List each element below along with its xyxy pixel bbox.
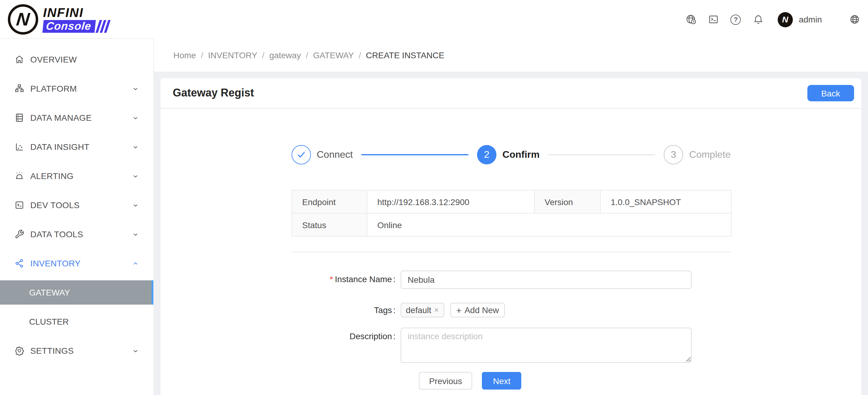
back-button[interactable]: Back [807,85,854,101]
sidebar-item-label: DATA INSIGHT [30,142,89,152]
sidebar-item-inventory[interactable]: INVENTORY [0,251,153,276]
sidebar-subitem-label: GATEWAY [29,288,70,297]
sidebar-item-settings[interactable]: SETTINGS [0,339,153,363]
username-label[interactable]: admin [799,15,822,24]
breadcrumb-gateway-upper[interactable]: GATEWAY [313,50,354,60]
chevron-down-icon [132,114,139,121]
previous-button[interactable]: Previous [419,372,472,390]
page-title: Gateway Regist [173,87,254,100]
card-body: Connect 2 Confirm 3 Complete [161,109,861,395]
instance-details-table: Endpoint http://192.168.3.12:2900 Versio… [291,190,731,237]
cluster-icon [14,84,24,93]
chevron-down-icon [132,231,139,237]
dev-console-icon[interactable] [708,14,719,25]
infini-logo-icon: N [8,4,38,34]
step-connector-todo [548,154,655,155]
brand-logo[interactable]: N INFINI Console [0,0,154,39]
page-content: Gateway Regist Back Connect 2 Conf [154,72,868,395]
table-row: Status Online [291,213,731,236]
instance-name-label: *Instance Name: [291,271,396,284]
status-value: Online [367,213,731,236]
breadcrumb-separator: / [359,50,361,60]
step-complete-circle: 3 [664,145,683,164]
brand-wordmark: INFINI Console [43,6,108,32]
chevron-down-icon [132,143,139,150]
sidebar-item-data-tools[interactable]: DATA TOOLS [0,222,153,246]
brand-name-top: INFINI [43,6,108,19]
sidebar-item-label: ALERTING [30,171,74,181]
database-icon [14,113,24,122]
tag-default[interactable]: default × [400,303,444,317]
sidebar-item-data-manage[interactable]: DATA MANAGE [0,106,153,130]
time-zone-icon[interactable] [686,14,696,25]
notifications-bell-icon[interactable] [753,14,764,25]
sidebar-item-dev-tools[interactable]: DEV TOOLS [0,193,153,217]
home-icon [14,55,24,64]
sidebar-item-gateway[interactable]: GATEWAY [0,280,153,305]
top-header: N INFINI Console [0,0,868,39]
terminal-icon [14,200,24,210]
description-row: Description: [291,328,731,365]
breadcrumb-home[interactable]: Home [173,50,196,60]
sidebar-item-cluster[interactable]: CLUSTER [0,309,153,334]
app-root: N INFINI Console [0,0,868,395]
alert-icon [14,171,24,181]
sidebar-item-label: INVENTORY [30,258,81,268]
sidebar-item-data-insight[interactable]: DATA INSIGHT [0,135,153,159]
breadcrumb-separator: / [201,50,204,60]
sidebar-item-label: SETTINGS [30,346,74,356]
instance-name-input[interactable] [400,271,691,289]
chevron-down-icon [132,85,139,92]
chevron-down-icon [132,202,139,208]
version-value: 1.0.0_SNAPSHOT [600,190,731,213]
steps-bar: Connect 2 Confirm 3 Complete [291,145,731,164]
step-connect-label: Connect [317,149,353,160]
tag-close-icon[interactable]: × [434,306,438,314]
sidebar-item-overview[interactable]: OVERVIEW [0,47,153,72]
gateway-regist-card: Gateway Regist Back Connect 2 Conf [161,78,861,395]
step-confirm-label: Confirm [502,149,540,160]
logo-letter: N [16,10,31,28]
description-textarea[interactable] [400,328,691,363]
step-connector-done [361,154,469,155]
endpoint-label: Endpoint [291,190,367,213]
version-label: Version [534,190,600,213]
sidebar-item-platform[interactable]: PLATFORM [0,77,153,101]
required-asterisk: * [330,274,333,284]
check-icon [296,149,306,160]
header-actions: ? N admin [686,12,868,27]
help-icon[interactable]: ? [731,14,741,25]
breadcrumb: Home / INVENTORY / gateway / GATEWAY / C… [154,39,868,72]
main-area: Home / INVENTORY / gateway / GATEWAY / C… [154,39,868,395]
instance-details: Endpoint http://192.168.3.12:2900 Versio… [291,190,731,237]
sidebar-item-label: PLATFORM [30,84,77,93]
step-complete-label: Complete [689,149,731,160]
breadcrumb-inventory[interactable]: INVENTORY [208,50,257,60]
tags-row: Tags: default × + Add New [291,303,731,317]
description-label: Description: [291,328,396,341]
avatar-letter: N [782,15,788,24]
language-globe-icon[interactable] [849,14,860,25]
gear-icon [14,346,24,356]
sidebar-item-label: DATA TOOLS [30,229,83,239]
step-confirm-circle: 2 [477,145,496,164]
dot-chart-icon [14,142,24,152]
sidebar-item-label: DATA MANAGE [30,113,92,122]
step-connect-circle [291,145,311,164]
section-divider [291,252,731,252]
tags-label: Tags: [291,305,396,315]
sidebar-item-alerting[interactable]: ALERTING [0,164,153,188]
breadcrumb-separator: / [262,50,265,60]
tag-label: default [406,305,431,315]
add-new-tag-button[interactable]: + Add New [450,303,505,317]
breadcrumb-gateway[interactable]: gateway [270,50,301,60]
chevron-up-icon [132,260,139,267]
plus-icon: + [456,306,462,315]
help-glyph: ? [731,14,741,25]
table-row: Endpoint http://192.168.3.12:2900 Versio… [291,190,731,213]
instance-form: *Instance Name: Tags: [291,271,731,390]
card-header: Gateway Regist Back [161,78,861,109]
next-button[interactable]: Next [482,372,522,390]
user-avatar[interactable]: N [778,12,793,27]
endpoint-value: http://192.168.3.12:2900 [367,190,534,213]
